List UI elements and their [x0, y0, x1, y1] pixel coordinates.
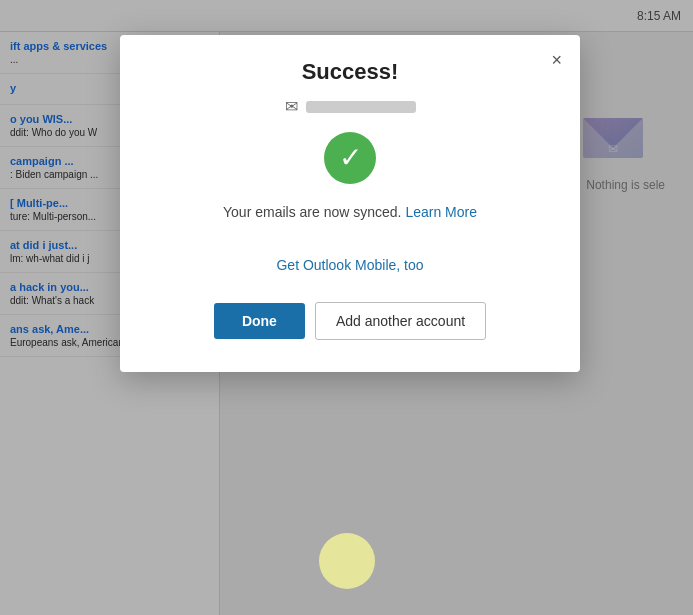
learn-more-link[interactable]: Learn More — [405, 204, 477, 220]
add-account-button[interactable]: Add another account — [315, 302, 486, 340]
close-button[interactable]: × — [547, 47, 566, 73]
action-buttons: Done Add another account — [214, 302, 486, 340]
email-redacted-value — [306, 101, 416, 113]
modal-title: Success! — [302, 59, 399, 85]
sync-message: Your emails are now synced. Learn More — [223, 204, 477, 220]
done-button[interactable]: Done — [214, 303, 305, 339]
success-icon-circle: ✓ — [324, 132, 376, 184]
outlook-mobile-link[interactable]: Get Outlook Mobile, too — [276, 257, 423, 273]
success-modal: × Success! ✉ ✓ Your emails are now synce… — [120, 35, 580, 372]
checkmark-icon: ✓ — [339, 144, 362, 172]
email-icon: ✉ — [285, 97, 298, 116]
email-display-row: ✉ — [285, 97, 416, 116]
outlook-mobile-link-container: Get Outlook Mobile, too — [276, 256, 423, 274]
